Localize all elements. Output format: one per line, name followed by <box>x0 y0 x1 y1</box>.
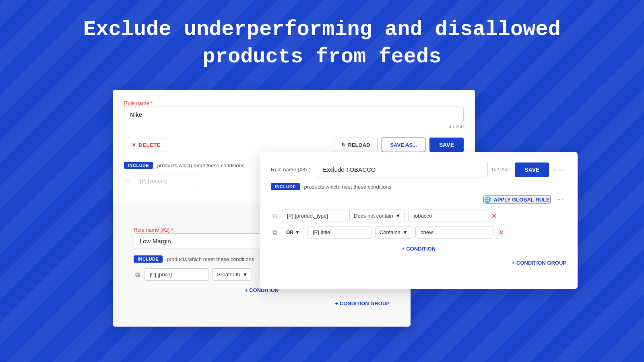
chevron-icon-2: ▼ <box>243 272 248 278</box>
panel3-actions: SAVE ··· <box>515 162 566 177</box>
save-as-button[interactable]: SAVE AS... <box>382 138 425 152</box>
condition-row-3-2: ⧉ OR ▼ [P].[title] Contains ▼ ✕ <box>271 226 566 239</box>
include-badge-3: INCLUDE <box>271 183 300 190</box>
save-button-1[interactable]: SAVE <box>429 138 464 152</box>
panel1-btn-group: ↻ RELOAD SAVE AS... SAVE <box>334 138 464 152</box>
rule-name-label-3: Rule name (#3) * <box>271 167 310 173</box>
page-content: Exclude underperforming and disallowed p… <box>0 0 644 331</box>
char-count-3: 15 / 250 <box>491 167 508 173</box>
delete-button[interactable]: ✕ DELETE <box>124 138 168 152</box>
rule-name-input-3[interactable] <box>317 162 488 177</box>
include-header-3: INCLUDE products which meet these condit… <box>271 183 566 190</box>
copy-icon-btn-3-1[interactable]: ⧉ <box>271 211 279 221</box>
panels-container: Rule name * 4 / 250 ✕ DELETE ↻ RELOAD <box>113 90 531 331</box>
rule-name-input-1[interactable] <box>124 107 464 122</box>
reload-icon: ↻ <box>341 142 346 148</box>
remove-btn-3-2[interactable]: ✕ <box>497 227 506 238</box>
add-condition-btn-3[interactable]: + CONDITION <box>271 243 566 254</box>
condition-row-3-1: ⧉ [P].[product_type] Does not contain ▼ … <box>271 210 566 222</box>
char-count-1: 4 / 250 <box>124 124 464 130</box>
rule-name-label-1: Rule name * <box>124 99 464 107</box>
condition-field-3-2: [P].[title] <box>308 226 372 239</box>
remove-btn-3-1[interactable]: ✕ <box>489 211 499 221</box>
or-logic-badge[interactable]: OR ▼ <box>282 228 304 237</box>
condition-operator-3-2: Contains ▼ <box>375 226 412 239</box>
copy-icon-btn-1[interactable]: ⧉ <box>124 176 132 186</box>
save-button-3[interactable]: SAVE <box>515 162 549 177</box>
add-condition-group-btn-2[interactable]: + CONDITION GROUP <box>134 298 390 309</box>
panel3-header: Rule name (#3) * 15 / 250 SAVE ··· <box>271 162 566 177</box>
copy-icon-btn-3-2[interactable]: ⧉ <box>271 227 279 238</box>
include-badge-1: INCLUDE <box>124 162 153 169</box>
copy-icon-btn-2[interactable]: ⧉ <box>134 269 141 280</box>
condition-operator-3-1: Does not contain ▼ <box>349 210 405 222</box>
panel-exclude-tobacco: Rule name (#3) * 15 / 250 SAVE ··· <box>260 152 578 289</box>
chevron-icon-3-2: ▼ <box>402 229 408 235</box>
chevron-icon-3-1: ▼ <box>396 213 401 219</box>
condition-field-3-1: [P].[product_type] <box>282 210 346 222</box>
apply-global-row: 🌐 APPLY GLOBAL RULE ··· <box>271 194 566 205</box>
include-badge-2: INCLUDE <box>134 255 163 263</box>
condition-operator-2: Greater th ▼ <box>212 268 252 281</box>
panel1-actions: ✕ DELETE ↻ RELOAD SAVE AS... SAVE <box>124 138 464 152</box>
panel3-title-row: Rule name (#3) * 15 / 250 <box>271 162 508 177</box>
apply-global-btn[interactable]: 🌐 APPLY GLOBAL RULE <box>483 195 550 204</box>
condition-value-3-2[interactable] <box>415 226 493 239</box>
x-icon: ✕ <box>132 142 136 148</box>
condition-field-2: [P].[price] <box>144 268 209 281</box>
add-condition-group-btn-3[interactable]: + CONDITION GROUP <box>271 257 566 268</box>
reload-button[interactable]: ↻ RELOAD <box>334 138 378 152</box>
more-options-btn-3[interactable]: ··· <box>552 163 566 176</box>
chevron-icon-or: ▼ <box>295 230 300 235</box>
apply-global-dots-btn[interactable]: ··· <box>554 194 566 205</box>
condition-field-1: [P].[vendor] <box>135 175 199 187</box>
globe-icon: 🌐 <box>484 196 491 203</box>
condition-value-3-1[interactable] <box>408 210 486 222</box>
page-headline: Exclude underperforming and disallowed p… <box>83 16 561 70</box>
